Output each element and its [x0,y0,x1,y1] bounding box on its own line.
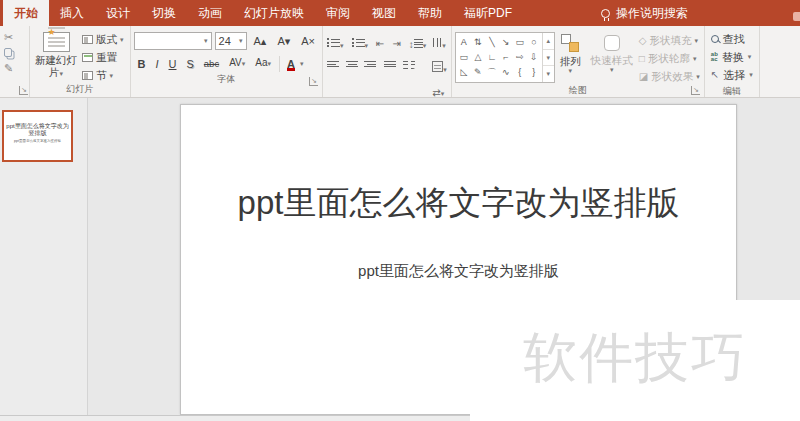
align-left-button[interactable] [326,59,339,69]
tab-view[interactable]: 视图 [361,0,407,26]
shape-oval[interactable]: ○ [527,35,541,50]
quick-styles-button[interactable]: 快速样式 ▾ [586,29,638,75]
replace-button[interactable]: abac 替换 ▾ [710,49,754,65]
tab-animations[interactable]: 动画 [187,0,233,26]
font-color-button[interactable]: A [284,56,298,72]
increase-indent-button[interactable]: ⇥ [391,37,401,50]
ribbon-tab-bar: 开始 插入 设计 切换 动画 幻灯片放映 审阅 视图 帮助 福昕PDF 操作说明… [0,0,800,26]
tab-home[interactable]: 开始 [3,0,49,26]
clipboard-dialog-launcher[interactable]: ↘ [19,86,28,95]
line-spacing-button[interactable]: ↕▾ [408,33,428,53]
editing-group: 查找 abac 替换 ▾ ↖ 选择 ▾ 编辑 [705,26,760,97]
shape-scribble[interactable]: ✎ [471,65,485,80]
select-button[interactable]: ↖ 选择 ▾ [710,67,754,83]
bullets-button[interactable]: ▾ [326,33,345,53]
thumbnail-title: ppt里面怎么将文字改为竖排版 [4,123,71,137]
clear-formatting-button[interactable]: A× [297,32,319,50]
columns-button[interactable] [402,59,415,69]
tab-help[interactable]: 帮助 [407,0,453,26]
shape-fill-button[interactable]: ◇形状填充▾ [638,33,701,48]
font-size-combobox[interactable]: 24 ▾ [215,32,247,50]
shape-arc[interactable]: ⌒ [485,65,499,80]
increase-font-size-button[interactable]: A▴ [250,32,271,50]
chevron-down-icon: ▾ [695,34,699,47]
shape-triangle[interactable]: △ [471,50,485,65]
slide-subtitle-textbox[interactable]: ppt里面怎么将文字改为竖排版 [181,262,736,281]
tell-me-search[interactable]: 操作说明搜索 [601,0,688,26]
shape-rectangle[interactable]: ▭ [513,35,527,50]
tab-transitions[interactable]: 切换 [141,0,187,26]
drawing-dialog-launcher[interactable]: ↘ [691,86,700,95]
bold-button[interactable]: B [134,55,150,73]
italic-button[interactable]: I [151,55,162,73]
slide-thumbnail-1[interactable]: ppt里面怎么将文字改为竖排版 ppt里面怎么将文字改为竖排版 [2,110,73,162]
shape-elbow-arrow-connector[interactable]: ⌐ [499,50,513,65]
shape-elbow-connector[interactable]: ∟ [485,50,499,65]
layout-button[interactable]: 版式 ▾ [79,32,127,47]
watermark-text: 软件技巧 [470,322,800,395]
shape-left-brace[interactable]: { [513,65,527,80]
font-name-combobox[interactable]: ▾ [134,32,212,50]
shape-curve[interactable]: ∿ [499,65,513,80]
shape-right-arrow[interactable]: ⇨ [513,50,527,65]
gallery-scroll-down-icon[interactable]: ▾ [543,49,554,66]
text-direction-icon [432,37,442,48]
font-dialog-launcher[interactable]: ↘ [309,77,318,86]
align-center-button[interactable] [345,59,358,69]
share-icon[interactable] [793,12,800,21]
shape-line[interactable]: ╲ [485,35,499,50]
shape-outline-button[interactable]: □形状轮廓▾ [638,51,701,66]
strikethrough-button[interactable]: abc [200,55,223,73]
chevron-down-icon: ▾ [696,70,700,83]
shape-textbox[interactable]: A [457,35,471,50]
text-shadow-button[interactable]: S [182,55,197,73]
chevron-down-icon: ▾ [423,42,427,49]
justify-button[interactable] [383,59,396,69]
slide-title-textbox[interactable]: ppt里面怎么将文字改为竖排版 [233,183,685,223]
chevron-down-icon[interactable]: ▾ [300,60,304,68]
shape-freeform[interactable]: ◺ [457,65,471,80]
copy-icon[interactable] [4,48,12,57]
chevron-down-icon: ▾ [610,66,614,74]
change-case-button[interactable]: Aa▾ [251,54,275,73]
shape-right-brace[interactable]: } [527,65,541,80]
format-painter-icon[interactable]: ✎ [3,61,14,76]
underline-button[interactable]: U [165,55,181,73]
text-direction-button[interactable]: ▾ [431,33,448,53]
chevron-down-icon: ▾ [441,90,445,97]
decrease-font-size-button[interactable]: A▾ [273,32,294,50]
font-group: ▾ 24 ▾ A▴ A▾ A× B I U S abc AV▾ Aa▾ A [131,26,323,97]
tab-design[interactable]: 设计 [95,0,141,26]
character-spacing-button[interactable]: AV▾ [225,54,249,73]
gallery-more-icon[interactable]: ▾ [543,65,554,82]
arrange-icon [561,34,579,52]
tab-foxit-pdf[interactable]: 福昕PDF [453,0,523,26]
tab-review[interactable]: 审阅 [315,0,361,26]
section-button[interactable]: 节 ▾ [79,68,127,83]
shape-effects-button[interactable]: ◪形状效果▾ [638,69,701,84]
shape-down-arrow[interactable]: ⇩ [527,50,541,65]
workspace: ppt里面怎么将文字改为竖排版 ppt里面怎么将文字改为竖排版 ppt里面怎么将… [0,98,800,421]
font-size-value: 24 [219,35,231,47]
new-slide-button[interactable]: ★ 新建幻灯片▾ [33,29,79,81]
decrease-indent-button[interactable]: ⇤ [375,37,385,50]
align-text-button[interactable]: ▾ [431,57,448,77]
shape-vertical-textbox[interactable]: ⇅ [471,35,485,50]
chevron-down-icon: ▾ [365,42,369,49]
chevron-down-icon: ▾ [340,42,344,49]
shape-arrow-line[interactable]: ↘ [499,35,513,50]
paragraph-group: ▾ ▾ ⇤ ⇥ ↕▾ ▾ ▾ [323,26,452,97]
tab-slideshow[interactable]: 幻灯片放映 [233,0,315,26]
shape-rounded-rectangle[interactable]: ▭ [457,50,471,65]
reset-button[interactable]: 重置 [79,50,127,65]
numbering-button[interactable]: ▾ [351,33,370,53]
thumbnail-subtitle: ppt里面怎么将文字改为竖排版 [4,139,71,143]
arrange-button[interactable]: 排列 ▾ [555,29,586,76]
gallery-scroll-up-icon[interactable]: ▴ [543,33,554,49]
find-button[interactable]: 查找 [710,31,754,47]
slide-thumbnail-panel[interactable]: ppt里面怎么将文字改为竖排版 ppt里面怎么将文字改为竖排版 [0,98,88,421]
watermark-band: 软件技巧 [470,300,800,421]
tab-insert[interactable]: 插入 [49,0,95,26]
cut-icon[interactable]: ✂ [3,30,14,45]
align-right-button[interactable] [364,59,377,69]
